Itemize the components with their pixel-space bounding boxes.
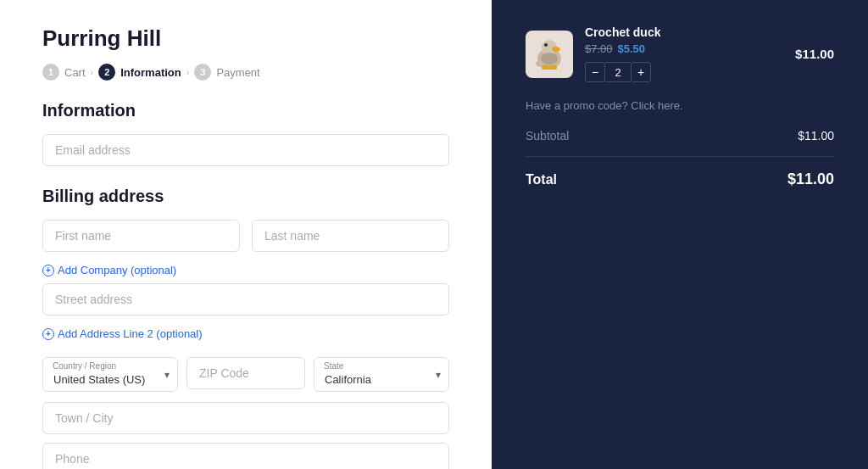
total-row: Total $11.00	[526, 170, 834, 188]
first-name-input[interactable]	[42, 220, 240, 252]
product-image	[528, 33, 570, 75]
total-label: Total	[526, 172, 557, 187]
location-row: Country / Region United States (US) ▾ St…	[42, 357, 449, 392]
plus-icon: +	[42, 265, 54, 276]
product-total: $11.00	[795, 47, 834, 61]
product-name: Crochet duck	[585, 25, 783, 39]
quantity-controls: − 2 +	[585, 62, 783, 82]
email-row	[42, 134, 449, 166]
product-row: Crochet duck $7.00 $5.50 − 2 + $11.00	[526, 25, 834, 82]
svg-rect-6	[542, 65, 557, 70]
subtotal-row: Subtotal $11.00	[526, 129, 834, 142]
phone-input[interactable]	[42, 443, 449, 469]
store-title: Purring Hill	[42, 25, 449, 52]
state-wrap: State California ▾	[314, 357, 449, 392]
add-address-link[interactable]: + Add Address Line 2 (optional)	[42, 327, 203, 340]
original-price: $7.00	[585, 42, 613, 55]
step3-label: Payment	[216, 66, 259, 79]
quantity-display: 2	[605, 62, 631, 82]
town-row	[42, 402, 449, 434]
add-company-label: Add Company (optional)	[58, 264, 176, 276]
product-info: Crochet duck $7.00 $5.50 − 2 +	[585, 25, 783, 82]
quantity-decrease-button[interactable]: −	[585, 62, 605, 82]
address-line2-row: + Add Address Line 2 (optional)	[42, 321, 449, 347]
quantity-increase-button[interactable]: +	[631, 62, 651, 82]
promo-code-link[interactable]: Have a promo code? Click here.	[526, 99, 834, 112]
product-thumbnail	[526, 31, 573, 78]
billing-title: Billing address	[42, 187, 449, 206]
plus-icon2: +	[42, 328, 54, 340]
breadcrumb-chevron1: ›	[91, 67, 94, 77]
step3-num: 3	[194, 64, 211, 81]
breadcrumb: 1 Cart › 2 Information › 3 Payment	[42, 64, 449, 81]
price-row: $7.00 $5.50	[585, 42, 783, 55]
zip-wrap	[186, 357, 305, 392]
step1-num: 1	[42, 64, 59, 81]
street-row	[42, 283, 449, 315]
email-input[interactable]	[42, 134, 449, 166]
svg-point-3	[544, 43, 548, 47]
state-select[interactable]: California	[314, 357, 449, 392]
name-row	[42, 220, 449, 252]
add-address-label: Add Address Line 2 (optional)	[58, 327, 203, 340]
add-company-link[interactable]: + Add Company (optional)	[42, 264, 176, 276]
billing-section: Billing address + Add Company (optional)…	[42, 187, 449, 469]
last-name-input[interactable]	[252, 220, 449, 252]
street-input[interactable]	[42, 283, 449, 315]
country-select[interactable]: United States (US)	[42, 357, 178, 392]
subtotal-label: Subtotal	[526, 129, 569, 142]
svg-point-5	[541, 53, 558, 64]
country-wrap: Country / Region United States (US) ▾	[42, 357, 178, 392]
zip-input[interactable]	[186, 357, 305, 389]
right-panel: Crochet duck $7.00 $5.50 − 2 + $11.00 Ha…	[492, 0, 868, 469]
step2-label: Information	[120, 66, 181, 79]
subtotal-value: $11.00	[798, 129, 834, 142]
total-value: $11.00	[787, 170, 834, 188]
left-panel: Purring Hill 1 Cart › 2 Information › 3 …	[0, 0, 492, 469]
svg-point-2	[552, 47, 560, 52]
discounted-price: $5.50	[618, 42, 646, 55]
town-input[interactable]	[42, 402, 449, 434]
step2-num: 2	[98, 64, 115, 81]
phone-row	[42, 443, 449, 469]
divider	[526, 156, 834, 157]
information-title: Information	[42, 101, 449, 120]
step1-label: Cart	[64, 66, 86, 79]
breadcrumb-chevron2: ›	[186, 67, 190, 77]
